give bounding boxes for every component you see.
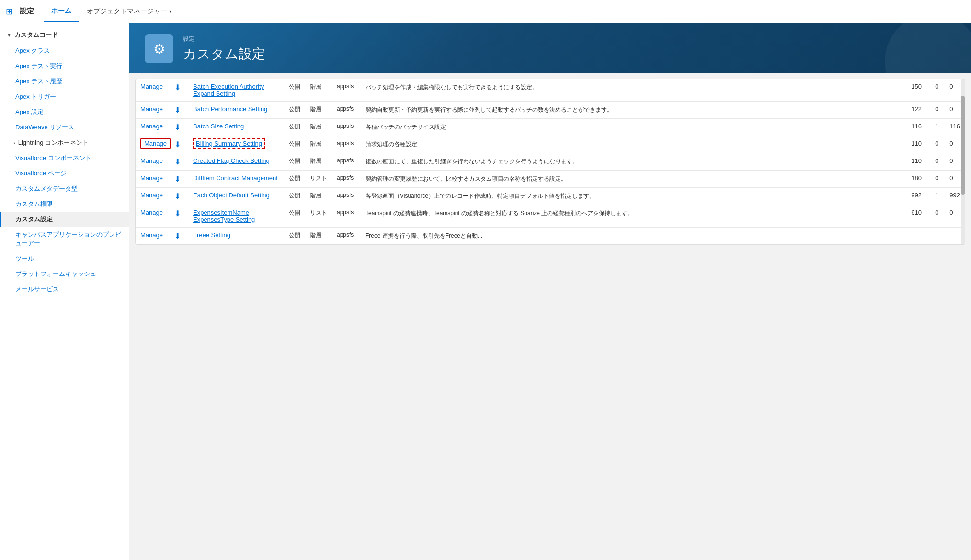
description-text: Freee 連携を行う際、取引先をFreeeと自動... (361, 228, 906, 245)
namespace-label: appsfs (332, 205, 361, 228)
namespace-label: appsfs (332, 228, 361, 245)
sidebar-item-custom-metadata[interactable]: カスタムメタデータ型 (0, 181, 129, 196)
manage-button[interactable]: Manage (140, 209, 163, 216)
count-2: 0 (930, 153, 945, 171)
download-icon[interactable]: ⬇ (174, 232, 181, 240)
type-badge: 階層 (305, 136, 332, 153)
sidebar-item-apex-settings[interactable]: Apex 設定 (0, 104, 129, 120)
download-icon[interactable]: ⬇ (174, 140, 181, 149)
namespace-label: appsfs (332, 136, 361, 153)
vertical-scrollbar[interactable] (961, 79, 965, 244)
setting-name-link[interactable]: Each Object Default Setting (193, 192, 270, 199)
table-row: Manage⬇DiffItem Contract Management公開リスト… (136, 171, 965, 188)
count-2: 0 (930, 79, 945, 102)
table-row: Manage⬇Batch Performance Setting公開階層apps… (136, 102, 965, 119)
description-text: 請求処理の各種設定 (361, 136, 906, 153)
sidebar-item-apex-trigger[interactable]: Apex トリガー (0, 89, 129, 104)
sidebar-item-custom-settings[interactable]: カスタム設定 (0, 212, 129, 227)
description-text: Teamspirit の経費連携時、Teamspirit の経費名称と対応する … (361, 205, 906, 228)
top-navigation: ⊞ 設定 ホーム オブジェクトマネージャー ▾ (0, 0, 971, 23)
setting-name-link-highlighted[interactable]: Billing Summary Setting (193, 138, 265, 149)
description-text: バッチ処理を作成・編集権限なしでも実行できるようにする設定。 (361, 79, 906, 102)
type-badge: 階層 (305, 228, 332, 245)
count-2: 1 (930, 188, 945, 205)
visibility-badge: 公開 (284, 153, 305, 171)
type-badge: リスト (305, 171, 332, 188)
manage-button[interactable]: Manage (140, 231, 163, 239)
scrollbar-thumb[interactable] (961, 96, 965, 195)
setting-name-link[interactable]: Batch Size Setting (193, 123, 244, 130)
sidebar-item-vf-component[interactable]: Visualforce コンポーネント (0, 150, 129, 166)
grid-icon[interactable]: ⊞ (6, 6, 13, 17)
manage-button[interactable]: Manage (140, 192, 163, 199)
type-badge: 階層 (305, 188, 332, 205)
namespace-label: appsfs (332, 153, 361, 171)
setting-name-link[interactable]: Batch Execution Authority Expand Setting (193, 83, 264, 97)
manage-button[interactable]: Manage (140, 105, 163, 113)
count-2: 1 (930, 119, 945, 136)
count-1: 150 (906, 79, 930, 102)
manage-button[interactable]: Manage (140, 83, 163, 90)
type-badge: リスト (305, 205, 332, 228)
tab-object-manager[interactable]: オブジェクトマネージャー ▾ (79, 1, 179, 22)
download-icon[interactable]: ⬇ (174, 123, 181, 131)
visibility-badge: 公開 (284, 79, 305, 102)
setting-name-link[interactable]: DiffItem Contract Management (193, 174, 278, 182)
page-header-icon: ⚙ (145, 34, 173, 63)
content-area: ⚙ 設定 カスタム設定 Manage⬇Batch Execution Autho… (129, 23, 971, 560)
manage-button-highlighted[interactable]: Manage (140, 138, 171, 149)
sidebar-item-apex-class[interactable]: Apex クラス (0, 43, 129, 58)
manage-button[interactable]: Manage (140, 123, 163, 130)
description-text: 契約管理の変更履歴において、比較するカスタム項目の名称を指定する設定。 (361, 171, 906, 188)
visibility-badge: 公開 (284, 119, 305, 136)
setting-name-link[interactable]: Batch Performance Setting (193, 105, 267, 113)
chevron-down-icon: ▾ (169, 9, 171, 14)
settings-table: Manage⬇Batch Execution Authority Expand … (136, 79, 965, 244)
count-1: 122 (906, 102, 930, 119)
sidebar-item-dataweave[interactable]: DataWeave リソース (0, 120, 129, 135)
nav-title: 設定 (20, 7, 34, 16)
count-1 (906, 228, 930, 245)
count-1: 610 (906, 205, 930, 228)
type-badge: 階層 (305, 153, 332, 171)
tab-home[interactable]: ホーム (44, 1, 79, 22)
download-icon[interactable]: ⬇ (174, 175, 181, 183)
download-icon[interactable]: ⬇ (174, 192, 181, 200)
download-icon[interactable]: ⬇ (174, 106, 181, 114)
namespace-label: appsfs (332, 102, 361, 119)
setting-name-link[interactable]: Created Flag Check Setting (193, 157, 270, 164)
count-1: 110 (906, 136, 930, 153)
chevron-down-icon: ▾ (8, 32, 11, 38)
namespace-label: appsfs (332, 171, 361, 188)
main-layout: ▾ カスタムコード Apex クラス Apex テスト実行 Apex テスト履歴… (0, 23, 971, 560)
manage-button[interactable]: Manage (140, 174, 163, 182)
count-2: 0 (930, 205, 945, 228)
sidebar-item-custom-permission[interactable]: カスタム権限 (0, 196, 129, 212)
visibility-badge: 公開 (284, 188, 305, 205)
download-icon[interactable]: ⬇ (174, 83, 181, 91)
download-icon[interactable]: ⬇ (174, 158, 181, 166)
breadcrumb: 設定 (183, 35, 265, 43)
sidebar-item-vf-page[interactable]: Visualforce ページ (0, 166, 129, 181)
sidebar-item-apex-test-run[interactable]: Apex テスト実行 (0, 58, 129, 74)
visibility-badge: 公開 (284, 102, 305, 119)
description-text: 各種バッチのバッチサイズ設定 (361, 119, 906, 136)
sidebar-item-lightning-component[interactable]: › Lightning コンポーネント (0, 135, 129, 150)
sidebar-section-custom-code[interactable]: ▾ カスタムコード (0, 27, 129, 43)
sidebar-item-canvas-app[interactable]: キャンバスアプリケーションのプレビューアー (0, 227, 129, 251)
setting-name-link[interactable]: Freee Setting (193, 231, 230, 239)
sidebar-item-apex-test-history[interactable]: Apex テスト履歴 (0, 74, 129, 89)
download-icon[interactable]: ⬇ (174, 209, 181, 217)
sidebar-item-platform-cache[interactable]: プラットフォームキャッシュ (0, 266, 129, 282)
count-2 (930, 228, 945, 245)
setting-name-link[interactable]: ExpensesItemName ExpensesType Setting (193, 209, 255, 223)
count-1: 110 (906, 153, 930, 171)
count-2: 0 (930, 171, 945, 188)
sidebar-item-email-service[interactable]: メールサービス (0, 282, 129, 297)
description-text: 複数の画面にて、重複した引継ぎを行わないようチェックを行うようになります。 (361, 153, 906, 171)
table-row: Manage⬇Each Object Default Setting公開階層ap… (136, 188, 965, 205)
table-row: Manage⬇Billing Summary Setting公開階層appsfs… (136, 136, 965, 153)
sidebar-item-tools[interactable]: ツール (0, 251, 129, 266)
manage-button[interactable]: Manage (140, 157, 163, 164)
gear-icon: ⚙ (153, 41, 165, 57)
